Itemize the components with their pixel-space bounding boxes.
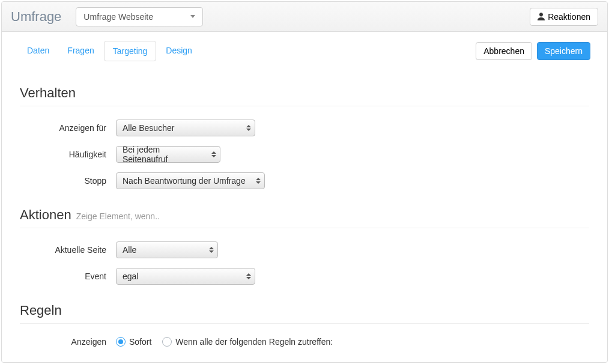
section-actions: Aktionen Zeige Element, wenn.. Aktuelle … bbox=[2, 199, 607, 285]
row-event: Event egal bbox=[20, 268, 589, 285]
section-behavior-heading: Verhalten bbox=[20, 85, 589, 106]
select-show-for-value: Alle Besucher bbox=[123, 123, 174, 133]
select-event[interactable]: egal bbox=[116, 268, 255, 285]
row-show: Anzeigen Sofort Wenn alle der folgenden … bbox=[20, 337, 589, 347]
panel-body: Daten Fragen Targeting Design Abbrechen … bbox=[2, 32, 607, 362]
row-current-page: Aktuelle Seite Alle bbox=[20, 241, 589, 258]
label-stop: Stopp bbox=[20, 176, 116, 186]
select-show-for[interactable]: Alle Besucher bbox=[116, 120, 255, 136]
section-rules-title: Regeln bbox=[20, 303, 62, 318]
section-actions-subtitle: Zeige Element, wenn.. bbox=[76, 211, 160, 221]
nav-tabs: Daten Fragen Targeting Design bbox=[19, 41, 201, 61]
section-actions-heading: Aktionen Zeige Element, wenn.. bbox=[20, 207, 589, 228]
tab-fragen[interactable]: Fragen bbox=[59, 41, 102, 61]
chevron-down-icon bbox=[190, 15, 195, 18]
survey-selector-value: Umfrage Webseite bbox=[83, 12, 153, 22]
radio-conditional-label: Wenn alle der folgenden Regeln zutreffen… bbox=[175, 337, 333, 347]
section-rules: Regeln Anzeigen Sofort Wenn alle der fol… bbox=[2, 294, 607, 347]
reactions-button-label: Reaktionen bbox=[548, 12, 590, 22]
section-behavior: Verhalten Anzeigen für Alle Besucher Häu… bbox=[2, 67, 607, 189]
radio-unchecked-icon bbox=[162, 337, 172, 347]
row-show-for: Anzeigen für Alle Besucher bbox=[20, 120, 589, 136]
tab-daten[interactable]: Daten bbox=[19, 41, 58, 61]
label-show-for: Anzeigen für bbox=[20, 123, 116, 133]
updown-icon bbox=[246, 273, 251, 279]
cancel-button[interactable]: Abbrechen bbox=[476, 42, 532, 60]
updown-icon bbox=[209, 247, 214, 253]
reactions-button[interactable]: Reaktionen bbox=[530, 8, 598, 26]
survey-selector-dropdown[interactable]: Umfrage Webseite bbox=[76, 7, 203, 26]
section-behavior-title: Verhalten bbox=[20, 85, 76, 101]
save-button[interactable]: Speichern bbox=[537, 42, 590, 60]
select-stop[interactable]: Nach Beantwortung der Umfrage bbox=[116, 172, 265, 189]
page-title: Umfrage bbox=[11, 9, 61, 25]
radio-conditional[interactable]: Wenn alle der folgenden Regeln zutreffen… bbox=[162, 337, 333, 347]
survey-panel: Umfrage Umfrage Webseite Reaktionen Date… bbox=[1, 1, 608, 363]
row-frequency: Häufigkeit Bei jedem Seitenaufruf bbox=[20, 146, 589, 163]
label-current-page: Aktuelle Seite bbox=[20, 245, 116, 255]
panel-header: Umfrage Umfrage Webseite Reaktionen bbox=[2, 2, 607, 32]
updown-icon bbox=[211, 151, 216, 157]
label-frequency: Häufigkeit bbox=[20, 150, 116, 159]
select-stop-value: Nach Beantwortung der Umfrage bbox=[123, 176, 246, 186]
radio-checked-icon bbox=[116, 337, 126, 347]
radio-immediately-label: Sofort bbox=[129, 337, 151, 347]
select-event-value: egal bbox=[123, 271, 138, 281]
select-frequency-value: Bei jedem Seitenaufruf bbox=[123, 145, 207, 164]
select-current-page-value: Alle bbox=[123, 245, 136, 255]
person-icon bbox=[538, 13, 545, 20]
radio-group-show: Sofort Wenn alle der folgenden Regeln zu… bbox=[116, 337, 333, 347]
section-actions-title: Aktionen bbox=[20, 207, 71, 223]
select-current-page[interactable]: Alle bbox=[116, 241, 218, 258]
row-stop: Stopp Nach Beantwortung der Umfrage bbox=[20, 172, 589, 189]
radio-immediately[interactable]: Sofort bbox=[116, 337, 151, 347]
tab-targeting[interactable]: Targeting bbox=[104, 41, 157, 61]
select-frequency[interactable]: Bei jedem Seitenaufruf bbox=[116, 146, 220, 163]
tab-design[interactable]: Design bbox=[157, 41, 201, 61]
toolbar: Daten Fragen Targeting Design Abbrechen … bbox=[2, 32, 607, 67]
label-show: Anzeigen bbox=[20, 337, 116, 347]
toolbar-actions: Abbrechen Speichern bbox=[476, 42, 590, 60]
section-rules-heading: Regeln bbox=[20, 303, 589, 324]
label-event: Event bbox=[20, 271, 116, 281]
updown-icon bbox=[256, 178, 261, 184]
updown-icon bbox=[246, 125, 251, 131]
